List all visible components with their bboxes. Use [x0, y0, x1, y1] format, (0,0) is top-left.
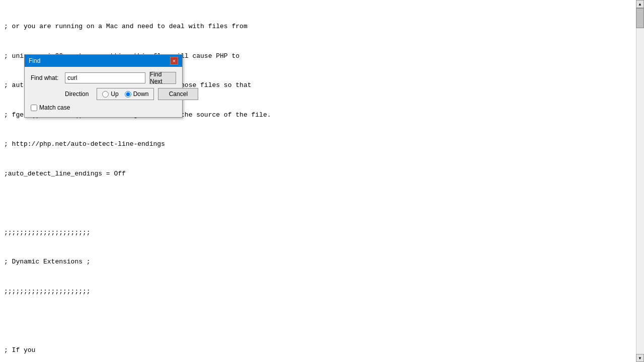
- middle-section: Direction Up Down: [31, 88, 176, 111]
- editor-line: ;;;;;;;;;;;;;;;;;;;;;;: [4, 287, 640, 297]
- direction-section: Direction Up Down: [65, 88, 154, 100]
- find-input[interactable]: [65, 72, 145, 83]
- cancel-button[interactable]: Cancel: [158, 88, 198, 100]
- editor-line: ; If you: [4, 345, 640, 355]
- dialog-body: Find what: Find Next Direction Up: [25, 67, 182, 117]
- dialog-title: Find: [29, 57, 40, 64]
- match-case-label: Match case: [39, 104, 70, 111]
- direction-group: Up Down: [97, 88, 154, 100]
- direction-down-label: Down: [133, 90, 149, 98]
- direction-label: Direction: [65, 90, 89, 98]
- find-dialog: Find × Find what: Find Next Direction Up: [24, 54, 183, 118]
- match-case-option[interactable]: Match case: [31, 104, 70, 111]
- editor-line: ;;;;;;;;;;;;;;;;;;;;;;: [4, 228, 640, 238]
- options-row: Match case: [31, 104, 154, 111]
- dialog-close-button[interactable]: ×: [170, 57, 178, 65]
- scrollbar-arrow-down[interactable]: ▼: [636, 354, 644, 362]
- editor-line: ; http://php.net/auto-detect-line-ending…: [4, 139, 640, 149]
- find-label: Find what:: [31, 74, 61, 81]
- direction-down-radio[interactable]: [125, 91, 131, 98]
- editor-line: ;auto_detect_line_endings = Off: [4, 169, 640, 179]
- direction-down-option[interactable]: Down: [125, 90, 149, 98]
- scrollbar-arrow-up[interactable]: ▲: [636, 0, 644, 8]
- right-buttons: Cancel: [158, 88, 198, 100]
- find-next-button[interactable]: Find Next: [149, 72, 176, 84]
- editor-line: [4, 198, 640, 208]
- scrollbar-right[interactable]: ▲ ▼: [636, 0, 644, 362]
- find-row: Find what: Find Next: [31, 72, 176, 84]
- direction-up-radio[interactable]: [102, 91, 109, 98]
- editor-line: [4, 316, 640, 326]
- editor-line: ; or you are running on a Mac and need t…: [4, 22, 640, 32]
- editor-line: ; Dynamic Extensions ;: [4, 257, 640, 267]
- direction-up-option[interactable]: Up: [102, 90, 118, 98]
- direction-up-label: Up: [111, 90, 118, 98]
- scrollbar-thumb[interactable]: [636, 8, 644, 28]
- dialog-titlebar: Find ×: [25, 55, 182, 67]
- match-case-checkbox[interactable]: [31, 105, 37, 111]
- left-options: Direction Up Down: [31, 88, 154, 111]
